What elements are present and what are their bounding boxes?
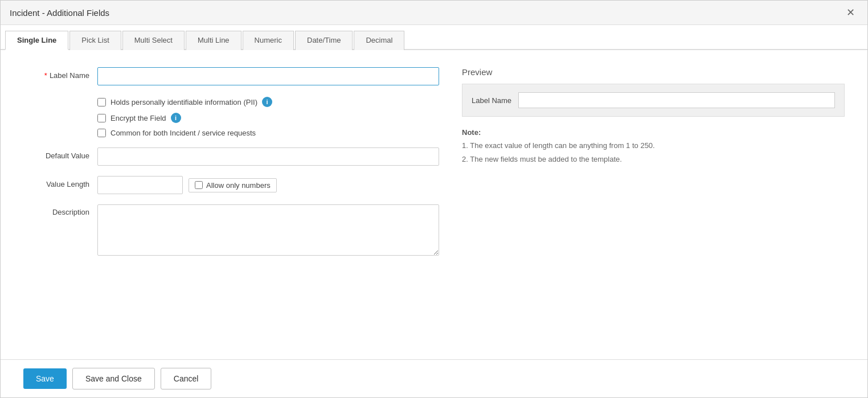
cancel-button[interactable]: Cancel (161, 368, 212, 389)
allow-numbers-checkbox[interactable] (195, 181, 203, 189)
tab-pick-list[interactable]: Pick List (69, 31, 121, 50)
value-length-row: Value Length Allow only numbers (23, 176, 439, 194)
allow-numbers-label[interactable]: Allow only numbers (189, 178, 277, 192)
form-section: *Label Name Holds personally identifiabl… (23, 67, 439, 348)
dialog-body: *Label Name Holds personally identifiabl… (1, 50, 867, 359)
note-line-2: 2. The new fields must be added to the t… (462, 153, 845, 166)
description-label: Description (23, 204, 97, 216)
close-button[interactable]: ✕ (843, 6, 858, 19)
description-textarea[interactable] (97, 204, 439, 256)
tab-multi-select[interactable]: Multi Select (122, 31, 185, 50)
common-checkbox[interactable] (97, 129, 106, 137)
label-name-label: *Label Name (23, 67, 97, 80)
value-length-label: Value Length (23, 176, 97, 188)
common-row: Common for both Incident / service reque… (97, 129, 272, 137)
pii-row: Holds personally identifiable informatio… (97, 97, 272, 107)
encrypt-row: Encrypt the Field i (97, 113, 272, 123)
save-close-button[interactable]: Save and Close (72, 368, 155, 389)
note-section: Note: 1. The exact value of length can b… (462, 126, 845, 166)
value-length-input[interactable] (97, 176, 183, 194)
tab-numeric[interactable]: Numeric (243, 31, 294, 50)
tab-multi-line[interactable]: Multi Line (186, 31, 241, 50)
note-title: Note: (462, 126, 845, 139)
label-name-input[interactable] (97, 67, 439, 85)
default-value-row: Default Value (23, 147, 439, 166)
common-label: Common for both Incident / service reque… (110, 129, 256, 137)
checkboxes-row: Holds personally identifiable informatio… (23, 96, 439, 137)
encrypt-label: Encrypt the Field (110, 114, 166, 122)
preview-box: Label Name (462, 84, 845, 117)
checkboxes-spacer (23, 96, 97, 100)
dialog-title: Incident - Additional Fields (10, 8, 109, 18)
pii-checkbox[interactable] (97, 98, 106, 106)
tab-datetime[interactable]: Date/Time (295, 31, 353, 50)
allow-numbers-text: Allow only numbers (206, 181, 271, 190)
tab-single-line[interactable]: Single Line (5, 31, 68, 50)
dialog-titlebar: Incident - Additional Fields ✕ (1, 1, 867, 25)
default-value-label: Default Value (23, 147, 97, 160)
tabs-bar: Single Line Pick List Multi Select Multi… (1, 25, 867, 50)
dialog-footer: Save Save and Close Cancel (1, 359, 867, 397)
checkboxes-group: Holds personally identifiable informatio… (97, 96, 272, 137)
value-length-group: Allow only numbers (97, 176, 439, 194)
label-name-row: *Label Name (23, 67, 439, 85)
description-row: Description (23, 204, 439, 256)
preview-section: Preview Label Name Note: 1. The exact va… (462, 67, 845, 348)
default-value-input[interactable] (97, 147, 439, 166)
save-button[interactable]: Save (23, 368, 67, 389)
tab-decimal[interactable]: Decimal (354, 31, 404, 50)
note-line-1: 1. The exact value of length can be anyt… (462, 139, 845, 152)
pii-info-icon[interactable]: i (262, 97, 272, 107)
dialog-container: Incident - Additional Fields ✕ Single Li… (0, 0, 868, 398)
encrypt-checkbox[interactable] (97, 114, 106, 122)
required-star: * (44, 71, 47, 80)
encrypt-info-icon[interactable]: i (171, 113, 181, 123)
preview-title: Preview (462, 67, 845, 77)
preview-input (518, 92, 835, 108)
preview-field-label: Label Name (472, 96, 511, 105)
pii-label: Holds personally identifiable informatio… (110, 98, 257, 106)
